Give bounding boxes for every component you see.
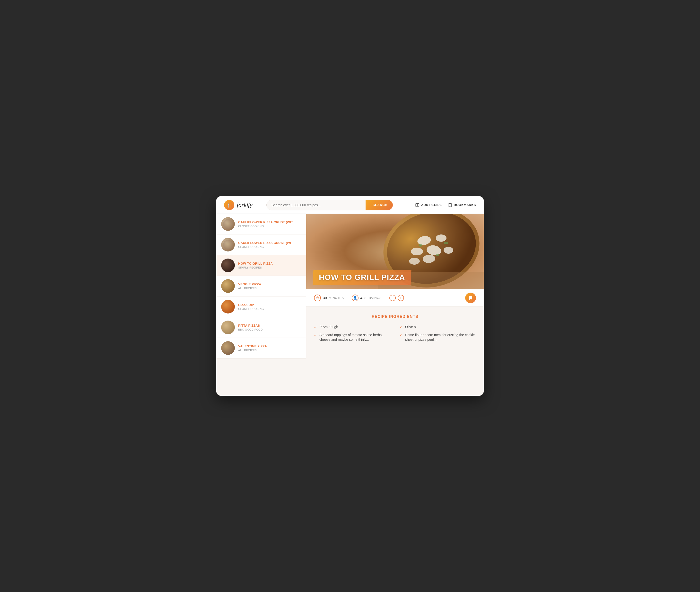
recipe-thumbnail xyxy=(221,320,235,334)
recipe-info: HOW TO GRILL PIZZA SIMPLY RECIPES xyxy=(238,262,302,269)
servings-meta: 👤 4 SERVINGS xyxy=(352,295,382,301)
recipe-source: SIMPLY RECIPES xyxy=(238,266,302,269)
recipe-name: CAULIFLOWER PIZZA CRUST (WIT... xyxy=(238,241,302,245)
svg-point-11 xyxy=(411,248,423,255)
recipe-info: CAULIFLOWER PIZZA CRUST (WIT... CLOSET C… xyxy=(238,241,302,248)
time-meta: ⏱ 30 MINUTES xyxy=(314,295,344,301)
search-button[interactable]: SEARCH xyxy=(366,200,393,210)
servings-unit: SERVINGS xyxy=(364,296,382,300)
recipe-hero: HOW TO GRILL PIZZA xyxy=(306,214,484,289)
ingredient-item: ✓ Pizza dough xyxy=(314,325,390,330)
recipe-meta: ⏱ 30 MINUTES 👤 4 SERVINGS − + xyxy=(306,289,484,307)
recipe-thumbnail xyxy=(221,341,235,355)
decrease-servings-button[interactable]: − xyxy=(389,295,396,301)
check-icon: ✓ xyxy=(314,333,317,338)
ingredient-item: ✓ Standard toppings of tomato sauce herb… xyxy=(314,333,390,342)
svg-point-16 xyxy=(436,254,439,256)
bookmarks-icon xyxy=(448,203,452,207)
recipe-thumbnail xyxy=(221,238,235,251)
time-unit: MINUTES xyxy=(329,296,344,300)
section-title: RECIPE INGREDIENTS xyxy=(314,314,476,319)
clock-icon: ⏱ xyxy=(314,295,321,301)
recipe-name: CAULIFLOWER PIZZA CRUST (WIT... xyxy=(238,220,302,224)
recipe-name: HOW TO GRILL PIZZA xyxy=(238,262,302,265)
recipe-title: HOW TO GRILL PIZZA xyxy=(319,273,405,282)
recipe-source: BBC GOOD FOOD xyxy=(238,328,302,331)
bookmark-icon xyxy=(468,296,473,300)
search-input[interactable] xyxy=(266,200,366,210)
recipe-name: PITTA PIZZAS xyxy=(238,324,302,327)
increase-servings-button[interactable]: + xyxy=(398,295,404,301)
recipe-info: PITTA PIZZAS BBC GOOD FOOD xyxy=(238,324,302,331)
ingredient-item: ✓ Olive oil xyxy=(400,325,476,330)
svg-point-17 xyxy=(444,242,448,244)
recipe-source: CLOSET COOKING xyxy=(238,307,302,310)
bookmarks-button[interactable]: BOOKMARKS xyxy=(448,203,476,207)
check-icon: ✓ xyxy=(314,325,317,330)
list-item[interactable]: VALENTINE PIZZA ALL RECIPES xyxy=(216,338,306,358)
list-item[interactable]: VEGGIE PIZZA ALL RECIPES xyxy=(216,276,306,296)
recipe-thumbnail xyxy=(221,300,235,313)
list-item[interactable]: PIZZA DIP CLOSET COOKING xyxy=(216,296,306,317)
detail-panel: HOW TO GRILL PIZZA ⏱ 30 MINUTES 👤 4 SERV… xyxy=(306,214,484,358)
list-item[interactable]: CAULIFLOWER PIZZA CRUST (WIT... CLOSET C… xyxy=(216,235,306,255)
svg-point-9 xyxy=(436,235,446,242)
recipe-info: VEGGIE PIZZA ALL RECIPES xyxy=(238,282,302,290)
recipe-source: ALL RECIPES xyxy=(238,349,302,352)
ingredients-grid: ✓ Pizza dough ✓ Olive oil ✓ Standard top… xyxy=(314,325,476,342)
search-area: SEARCH xyxy=(266,200,393,210)
logo-icon: 🍴 xyxy=(224,200,234,210)
svg-point-12 xyxy=(443,247,453,254)
bookmark-button[interactable] xyxy=(465,293,476,303)
check-icon: ✓ xyxy=(400,333,403,338)
logo-area: 🍴 forkify xyxy=(224,200,252,210)
recipe-name: VEGGIE PIZZA xyxy=(238,282,302,286)
list-item[interactable]: PITTA PIZZAS BBC GOOD FOOD xyxy=(216,317,306,338)
svg-point-15 xyxy=(419,244,422,247)
app-container: 🍴 forkify SEARCH ADD RECIPE xyxy=(216,196,484,396)
servings-value: 4 xyxy=(361,296,362,300)
recipe-source: CLOSET COOKING xyxy=(238,245,302,248)
recipe-thumbnail xyxy=(221,279,235,293)
app-name: forkify xyxy=(237,201,252,209)
sidebar: CAULIFLOWER PIZZA CRUST (WIT... CLOSET C… xyxy=(216,214,306,358)
recipe-info: CAULIFLOWER PIZZA CRUST (WIT... CLOSET C… xyxy=(238,220,302,228)
recipe-source: CLOSET COOKING xyxy=(238,225,302,228)
add-recipe-icon xyxy=(415,203,420,207)
header-actions: ADD RECIPE BOOKMARKS xyxy=(415,203,476,207)
recipe-info: PIZZA DIP CLOSET COOKING xyxy=(238,303,302,310)
time-value: 30 xyxy=(323,296,327,300)
recipe-name: PIZZA DIP xyxy=(238,303,302,307)
list-item[interactable]: HOW TO GRILL PIZZA SIMPLY RECIPES xyxy=(216,255,306,276)
ingredients-section: RECIPE INGREDIENTS ✓ Pizza dough ✓ Olive… xyxy=(306,307,484,350)
hero-title-banner: HOW TO GRILL PIZZA xyxy=(306,265,484,289)
hero-title-background: HOW TO GRILL PIZZA xyxy=(313,270,411,285)
svg-point-14 xyxy=(409,258,420,265)
recipe-info: VALENTINE PIZZA ALL RECIPES xyxy=(238,344,302,352)
main-content: CAULIFLOWER PIZZA CRUST (WIT... CLOSET C… xyxy=(216,214,484,358)
person-icon: 👤 xyxy=(352,295,359,301)
header: 🍴 forkify SEARCH ADD RECIPE xyxy=(216,196,484,214)
check-icon: ✓ xyxy=(400,325,403,330)
add-recipe-button[interactable]: ADD RECIPE xyxy=(415,203,442,207)
servings-controls: − + xyxy=(389,295,404,301)
recipe-thumbnail xyxy=(221,217,235,231)
list-item[interactable]: CAULIFLOWER PIZZA CRUST (WIT... CLOSET C… xyxy=(216,214,306,235)
recipe-thumbnail xyxy=(221,258,235,272)
ingredient-item: ✓ Some flour or corn meal for dusting th… xyxy=(400,333,476,342)
recipe-source: ALL RECIPES xyxy=(238,287,302,290)
recipe-name: VALENTINE PIZZA xyxy=(238,344,302,348)
